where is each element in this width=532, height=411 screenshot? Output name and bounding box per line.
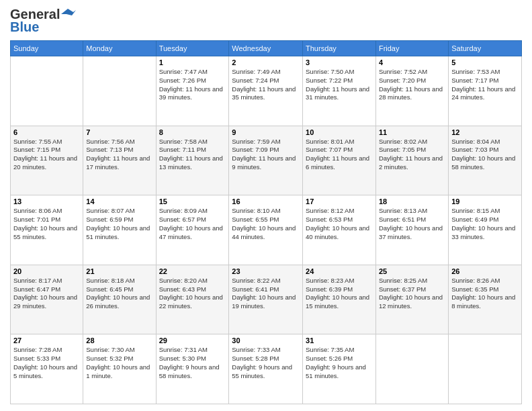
- day-info: Sunrise: 7:56 AMSunset: 7:13 PMDaylight:…: [86, 138, 152, 172]
- day-number: 28: [86, 336, 152, 345]
- day-info: Sunrise: 7:33 AMSunset: 5:28 PMDaylight:…: [232, 346, 300, 380]
- day-info: Sunrise: 8:20 AMSunset: 6:43 PMDaylight:…: [159, 277, 226, 311]
- calendar-cell: 12Sunrise: 8:04 AMSunset: 7:03 PMDayligh…: [449, 126, 522, 195]
- day-info: Sunrise: 8:15 AMSunset: 6:49 PMDaylight:…: [451, 207, 519, 241]
- day-number: 5: [451, 58, 519, 66]
- calendar-cell: 27Sunrise: 7:28 AMSunset: 5:33 PMDayligh…: [11, 334, 83, 404]
- day-number: 9: [232, 128, 300, 136]
- day-number: 17: [306, 197, 373, 205]
- calendar-cell: 31Sunrise: 7:35 AMSunset: 5:26 PMDayligh…: [303, 334, 376, 404]
- week-row-5: 27Sunrise: 7:28 AMSunset: 5:33 PMDayligh…: [11, 334, 522, 404]
- day-number: 13: [13, 197, 80, 205]
- day-info: Sunrise: 8:04 AMSunset: 7:03 PMDaylight:…: [451, 138, 519, 172]
- calendar-cell: 16Sunrise: 8:10 AMSunset: 6:55 PMDayligh…: [229, 195, 303, 265]
- weekday-header-monday: Monday: [83, 41, 156, 56]
- day-number: 22: [159, 267, 226, 275]
- calendar-cell: 11Sunrise: 8:02 AMSunset: 7:05 PMDayligh…: [375, 126, 448, 195]
- day-number: 31: [306, 336, 373, 345]
- calendar-cell: [375, 334, 448, 404]
- calendar-cell: 18Sunrise: 8:13 AMSunset: 6:51 PMDayligh…: [375, 195, 448, 265]
- calendar-cell: 7Sunrise: 7:56 AMSunset: 7:13 PMDaylight…: [83, 126, 156, 195]
- day-info: Sunrise: 7:50 AMSunset: 7:22 PMDaylight:…: [306, 68, 373, 102]
- calendar-cell: 30Sunrise: 7:33 AMSunset: 5:28 PMDayligh…: [229, 334, 303, 404]
- day-number: 25: [379, 267, 445, 275]
- weekday-header-tuesday: Tuesday: [156, 41, 229, 56]
- week-row-1: 1Sunrise: 7:47 AMSunset: 7:26 PMDaylight…: [11, 56, 522, 126]
- day-info: Sunrise: 8:07 AMSunset: 6:59 PMDaylight:…: [86, 207, 152, 241]
- day-number: 15: [159, 197, 226, 205]
- day-info: Sunrise: 8:23 AMSunset: 6:39 PMDaylight:…: [306, 277, 373, 311]
- day-info: Sunrise: 7:47 AMSunset: 7:26 PMDaylight:…: [159, 68, 226, 102]
- calendar-cell: 23Sunrise: 8:22 AMSunset: 6:41 PMDayligh…: [229, 265, 303, 334]
- day-info: Sunrise: 8:12 AMSunset: 6:53 PMDaylight:…: [306, 207, 373, 241]
- day-number: 14: [86, 197, 152, 205]
- calendar-cell: 2Sunrise: 7:49 AMSunset: 7:24 PMDaylight…: [229, 56, 303, 126]
- day-number: 3: [306, 58, 373, 66]
- logo-blue: Blue: [10, 19, 39, 35]
- page: General Blue SundayMondayTuesdayWednesda…: [0, 0, 532, 411]
- week-row-4: 20Sunrise: 8:17 AMSunset: 6:47 PMDayligh…: [11, 265, 522, 334]
- day-info: Sunrise: 7:49 AMSunset: 7:24 PMDaylight:…: [232, 68, 300, 102]
- day-number: 11: [379, 128, 445, 136]
- day-info: Sunrise: 8:26 AMSunset: 6:35 PMDaylight:…: [451, 277, 519, 311]
- calendar-cell: 13Sunrise: 8:06 AMSunset: 7:01 PMDayligh…: [11, 195, 83, 265]
- week-row-2: 6Sunrise: 7:55 AMSunset: 7:15 PMDaylight…: [11, 126, 522, 195]
- day-number: 1: [159, 58, 226, 66]
- day-info: Sunrise: 8:22 AMSunset: 6:41 PMDaylight:…: [232, 277, 300, 311]
- calendar-cell: 6Sunrise: 7:55 AMSunset: 7:15 PMDaylight…: [11, 126, 83, 195]
- calendar-cell: 8Sunrise: 7:58 AMSunset: 7:11 PMDaylight…: [156, 126, 229, 195]
- weekday-header-row: SundayMondayTuesdayWednesdayThursdayFrid…: [11, 41, 522, 56]
- day-info: Sunrise: 7:35 AMSunset: 5:26 PMDaylight:…: [306, 346, 373, 380]
- day-number: 8: [159, 128, 226, 136]
- calendar-cell: 1Sunrise: 7:47 AMSunset: 7:26 PMDaylight…: [156, 56, 229, 126]
- header: General Blue: [10, 7, 522, 35]
- day-info: Sunrise: 8:06 AMSunset: 7:01 PMDaylight:…: [13, 207, 80, 241]
- day-info: Sunrise: 7:28 AMSunset: 5:33 PMDaylight:…: [13, 346, 80, 380]
- day-info: Sunrise: 8:18 AMSunset: 6:45 PMDaylight:…: [86, 277, 152, 311]
- day-number: 16: [232, 197, 300, 205]
- calendar-cell: 25Sunrise: 8:25 AMSunset: 6:37 PMDayligh…: [375, 265, 448, 334]
- calendar-cell: 4Sunrise: 7:52 AMSunset: 7:20 PMDaylight…: [375, 56, 448, 126]
- logo: General Blue: [10, 7, 76, 35]
- weekday-header-wednesday: Wednesday: [229, 41, 303, 56]
- calendar-cell: [11, 56, 83, 126]
- day-number: 2: [232, 58, 300, 66]
- day-info: Sunrise: 7:59 AMSunset: 7:09 PMDaylight:…: [232, 138, 300, 172]
- calendar-cell: 28Sunrise: 7:30 AMSunset: 5:32 PMDayligh…: [83, 334, 156, 404]
- weekday-header-friday: Friday: [375, 41, 448, 56]
- logo-bird-icon: [61, 9, 76, 19]
- calendar-cell: 22Sunrise: 8:20 AMSunset: 6:43 PMDayligh…: [156, 265, 229, 334]
- day-info: Sunrise: 8:13 AMSunset: 6:51 PMDaylight:…: [379, 207, 445, 241]
- day-number: 19: [451, 197, 519, 205]
- day-info: Sunrise: 7:52 AMSunset: 7:20 PMDaylight:…: [379, 68, 445, 102]
- calendar-cell: 29Sunrise: 7:31 AMSunset: 5:30 PMDayligh…: [156, 334, 229, 404]
- day-info: Sunrise: 7:30 AMSunset: 5:32 PMDaylight:…: [86, 346, 152, 380]
- calendar-cell: 5Sunrise: 7:53 AMSunset: 7:17 PMDaylight…: [449, 56, 522, 126]
- calendar-cell: [449, 334, 522, 404]
- day-number: 7: [86, 128, 152, 136]
- calendar-cell: 24Sunrise: 8:23 AMSunset: 6:39 PMDayligh…: [303, 265, 376, 334]
- weekday-header-sunday: Sunday: [11, 41, 83, 56]
- calendar-cell: 3Sunrise: 7:50 AMSunset: 7:22 PMDaylight…: [303, 56, 376, 126]
- day-number: 6: [13, 128, 80, 136]
- day-number: 27: [13, 336, 80, 345]
- calendar-cell: 14Sunrise: 8:07 AMSunset: 6:59 PMDayligh…: [83, 195, 156, 265]
- day-number: 18: [379, 197, 445, 205]
- day-number: 21: [86, 267, 152, 275]
- day-number: 24: [306, 267, 373, 275]
- day-info: Sunrise: 7:55 AMSunset: 7:15 PMDaylight:…: [13, 138, 80, 172]
- weekday-header-thursday: Thursday: [303, 41, 376, 56]
- calendar-cell: 17Sunrise: 8:12 AMSunset: 6:53 PMDayligh…: [303, 195, 376, 265]
- day-number: 20: [13, 267, 80, 275]
- day-number: 4: [379, 58, 445, 66]
- day-number: 23: [232, 267, 300, 275]
- day-number: 26: [451, 267, 519, 275]
- day-info: Sunrise: 8:25 AMSunset: 6:37 PMDaylight:…: [379, 277, 445, 311]
- day-info: Sunrise: 8:01 AMSunset: 7:07 PMDaylight:…: [306, 138, 373, 172]
- calendar-cell: 15Sunrise: 8:09 AMSunset: 6:57 PMDayligh…: [156, 195, 229, 265]
- day-info: Sunrise: 7:31 AMSunset: 5:30 PMDaylight:…: [159, 346, 226, 380]
- day-info: Sunrise: 8:17 AMSunset: 6:47 PMDaylight:…: [13, 277, 80, 311]
- calendar-cell: 21Sunrise: 8:18 AMSunset: 6:45 PMDayligh…: [83, 265, 156, 334]
- day-number: 30: [232, 336, 300, 345]
- day-info: Sunrise: 8:02 AMSunset: 7:05 PMDaylight:…: [379, 138, 445, 172]
